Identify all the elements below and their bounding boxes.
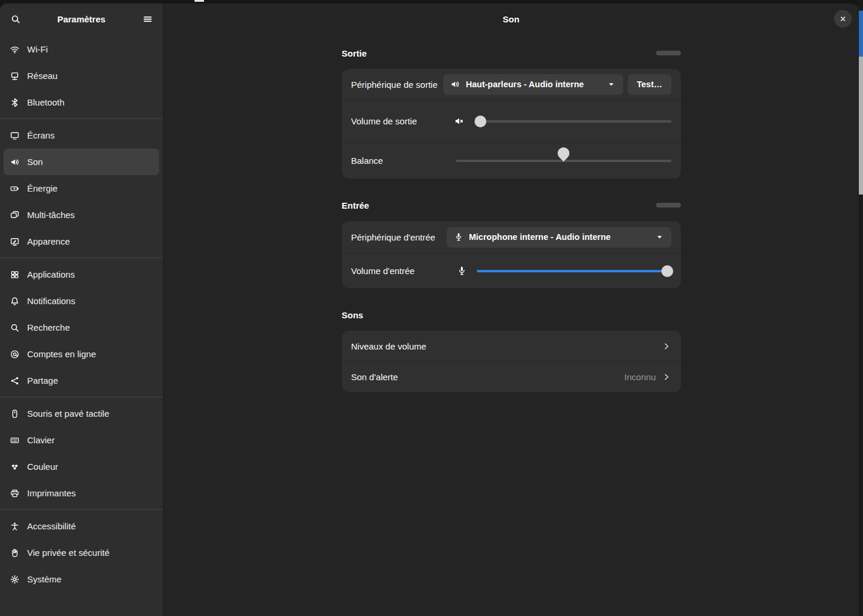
sidebar-item-accessibilite[interactable]: Accessibilité xyxy=(4,513,159,539)
sidebar-item-son[interactable]: Son xyxy=(4,149,159,175)
background-window-edge xyxy=(859,0,863,616)
output-level-meter xyxy=(656,51,681,55)
sounds-section-head: Sons xyxy=(342,308,681,321)
output-card: Périphérique de sortie Haut-parleurs - A… xyxy=(342,69,681,179)
balance-handle[interactable] xyxy=(555,144,571,161)
sound-panel: Son Sortie xyxy=(163,4,859,616)
volume-levels-row[interactable]: Niveaux de volume xyxy=(342,331,681,361)
sidebar-item-label: Système xyxy=(27,574,61,584)
alert-sound-label: Son d'alerte xyxy=(351,372,625,382)
hand-icon xyxy=(10,548,19,558)
sidebar-divider xyxy=(0,258,163,258)
sidebar-item-label: Apparence xyxy=(27,236,70,246)
sidebar-nav: Wi-Fi Réseau Bluetooth Écrans Son xyxy=(0,34,163,594)
sidebar-item-clavier[interactable]: Clavier xyxy=(4,427,159,453)
search-button[interactable] xyxy=(5,9,25,29)
sidebar-item-applications[interactable]: Applications xyxy=(4,261,159,288)
sidebar-item-couleur[interactable]: Couleur xyxy=(4,453,159,480)
input-volume-label: Volume d'entrée xyxy=(351,266,457,276)
balance-row: Balance xyxy=(342,142,681,179)
sidebar-divider xyxy=(0,397,163,397)
battery-icon xyxy=(10,184,19,193)
desktop: Paramètres Wi-Fi Réseau xyxy=(0,0,863,616)
input-section: Entrée Périphérique d'entrée Microphone … xyxy=(342,199,681,288)
sidebar-item-label: Son xyxy=(27,157,43,167)
sidebar-item-label: Wi-Fi xyxy=(27,44,48,54)
alert-sound-row[interactable]: Son d'alerte Inconnu xyxy=(342,361,681,392)
sidebar-item-imprimantes[interactable]: Imprimantes xyxy=(4,480,159,506)
sidebar-item-label: Multi-tâches xyxy=(27,210,75,220)
output-device-dropdown[interactable]: Haut-parleurs - Audio interne xyxy=(443,74,623,95)
input-volume-handle[interactable] xyxy=(661,265,673,277)
output-volume-row: Volume de sortie xyxy=(342,100,681,142)
input-level-meter xyxy=(656,203,681,207)
sidebar-item-systeme[interactable]: Système xyxy=(4,566,159,592)
input-device-dropdown[interactable]: Microphone interne - Audio interne xyxy=(447,227,671,248)
input-volume-row: Volume d'entrée xyxy=(342,253,681,288)
close-button[interactable] xyxy=(834,10,852,28)
microphone-icon xyxy=(454,232,463,242)
balance-label: Balance xyxy=(351,156,456,166)
input-section-head: Entrée xyxy=(342,199,681,212)
speaker-muted-icon[interactable] xyxy=(454,116,464,126)
chevron-down-icon xyxy=(655,232,664,242)
displays-icon xyxy=(10,131,19,140)
output-device-value: Haut-parleurs - Audio interne xyxy=(466,80,601,89)
input-volume-slider[interactable] xyxy=(477,270,671,272)
output-volume-label: Volume de sortie xyxy=(351,116,454,126)
keyboard-icon xyxy=(10,436,19,445)
output-section-head: Sortie xyxy=(342,47,681,60)
microphone-icon[interactable] xyxy=(457,266,467,276)
printer-icon xyxy=(10,489,19,498)
chevron-right-icon xyxy=(662,341,671,351)
balance-slider[interactable] xyxy=(456,160,671,162)
sidebar-item-vie-privee[interactable]: Vie privée et sécurité xyxy=(4,539,159,566)
bell-icon xyxy=(10,297,19,306)
gear-icon xyxy=(10,575,19,584)
sidebar-item-energie[interactable]: Énergie xyxy=(4,175,159,202)
close-icon xyxy=(839,15,847,23)
settings-window: Paramètres Wi-Fi Réseau xyxy=(0,4,859,616)
sidebar-item-reseau[interactable]: Réseau xyxy=(4,62,159,89)
sidebar-item-apparence[interactable]: Apparence xyxy=(4,228,159,255)
sidebar-item-notifications[interactable]: Notifications xyxy=(4,288,159,314)
sidebar-item-ecrans[interactable]: Écrans xyxy=(4,122,159,149)
output-section: Sortie Périphérique de sortie Haut-parle… xyxy=(342,47,681,179)
search-icon xyxy=(11,14,21,24)
sidebar-item-label: Comptes en ligne xyxy=(27,349,96,359)
sidebar-item-souris[interactable]: Souris et pavé tactile xyxy=(4,400,159,427)
output-volume-slider[interactable] xyxy=(475,120,671,123)
sounds-section: Sons Niveaux de volume Son d'alerte Inco… xyxy=(342,308,681,392)
sidebar-item-label: Clavier xyxy=(27,435,55,445)
test-button[interactable]: Test… xyxy=(628,74,671,95)
content-headerbar: Son xyxy=(163,4,859,34)
share-icon xyxy=(10,376,19,386)
sidebar-item-label: Notifications xyxy=(27,296,75,306)
sidebar-item-comptes-en-ligne[interactable]: Comptes en ligne xyxy=(4,341,159,367)
sidebar-item-partage[interactable]: Partage xyxy=(4,367,159,394)
sidebar-item-bluetooth[interactable]: Bluetooth xyxy=(4,89,159,116)
input-device-value: Microphone interne - Audio interne xyxy=(469,232,649,242)
speaker-icon xyxy=(10,157,19,167)
chevron-down-icon xyxy=(607,80,616,89)
output-device-label: Périphérique de sortie xyxy=(351,80,444,90)
main-menu-button[interactable] xyxy=(137,9,157,29)
multitasking-icon xyxy=(10,210,19,220)
sounds-section-title: Sons xyxy=(342,310,364,320)
hamburger-menu-icon xyxy=(143,14,153,24)
page-title: Son xyxy=(503,14,519,24)
output-volume-slider-zone xyxy=(454,116,671,126)
sidebar-item-label: Imprimantes xyxy=(27,488,76,498)
sidebar-divider xyxy=(0,509,163,510)
sidebar-item-wifi[interactable]: Wi-Fi xyxy=(4,36,159,62)
background-window-scrollbar xyxy=(859,57,863,195)
search-icon xyxy=(10,323,19,332)
background-window-speck xyxy=(195,0,204,2)
sidebar-item-recherche[interactable]: Recherche xyxy=(4,314,159,341)
bluetooth-icon xyxy=(10,98,19,107)
sidebar-divider xyxy=(0,118,163,119)
input-volume-slider-zone xyxy=(457,266,671,276)
sidebar-item-label: Écrans xyxy=(27,130,55,140)
output-volume-handle[interactable] xyxy=(475,116,486,127)
sidebar-item-multitaches[interactable]: Multi-tâches xyxy=(4,202,159,228)
